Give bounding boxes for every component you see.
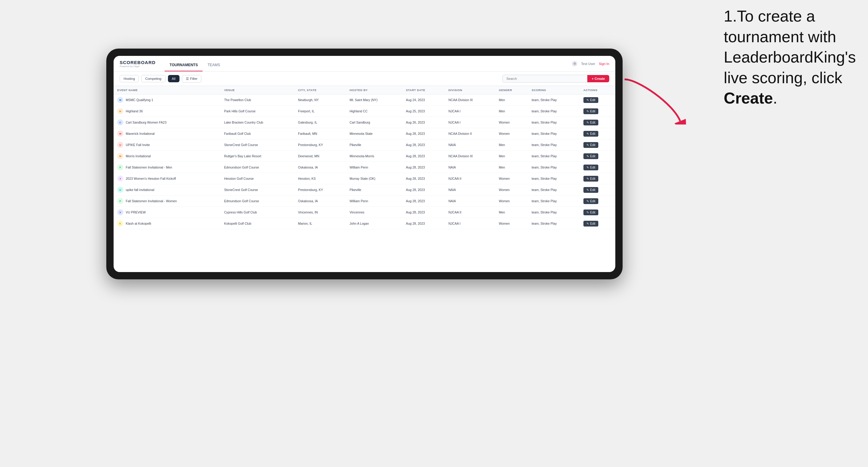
- cell-city-5: Deerwood, MN: [294, 151, 346, 162]
- cell-venue-8: StoneCrest Golf Course: [220, 184, 294, 195]
- cell-division-5: NCAA Division III: [445, 151, 495, 162]
- cell-division-11: NJCAA I: [445, 218, 495, 229]
- team-logo-3: M: [117, 131, 123, 137]
- cell-scoring-6: team, Stroke Play: [528, 162, 580, 173]
- logo-text: SCOREBOARD: [120, 60, 155, 65]
- col-city-state: CITY, STATE: [294, 86, 346, 94]
- cell-division-0: NCAA Division III: [445, 94, 495, 106]
- edit-icon-2: ✎: [586, 121, 589, 124]
- cell-division-7: NJCAA II: [445, 173, 495, 184]
- table-row: K Klash at Kokopelli Kokopelli Golf Club…: [114, 218, 615, 229]
- cell-hosted-9: William Penn: [346, 195, 402, 207]
- cell-venue-7: Hesston Golf Course: [220, 173, 294, 184]
- team-logo-7: 2: [117, 176, 123, 182]
- cell-hosted-11: John A Logan: [346, 218, 402, 229]
- cell-division-9: NAIA: [445, 195, 495, 207]
- cell-event-name-8: U upike fall invitational: [114, 184, 220, 195]
- edit-icon-0: ✎: [586, 98, 589, 102]
- edit-button-8[interactable]: ✎ Edit: [583, 187, 598, 193]
- event-name-11: Klash at Kokopelli: [126, 222, 151, 225]
- cell-hosted-8: Pikeville: [346, 184, 402, 195]
- cell-event-name-5: M Morris Invitational: [114, 151, 220, 162]
- header-right: ⚙ Test User Sign In: [572, 61, 609, 66]
- cell-actions-10: ✎ Edit: [580, 207, 615, 218]
- edit-button-3[interactable]: ✎ Edit: [583, 131, 598, 137]
- cell-event-name-4: U UPIKE Fall Invite: [114, 139, 220, 151]
- edit-icon-5: ✎: [586, 155, 589, 158]
- nav-tab-teams[interactable]: TEAMS: [203, 56, 225, 71]
- nav-tab-tournaments[interactable]: TOURNAMENTS: [165, 56, 203, 71]
- edit-button-6[interactable]: ✎ Edit: [583, 164, 598, 170]
- edit-button-5[interactable]: ✎ Edit: [583, 153, 598, 159]
- filter-all-btn[interactable]: All: [168, 75, 180, 82]
- cell-scoring-0: team, Stroke Play: [528, 94, 580, 106]
- cell-division-10: NJCAA II: [445, 207, 495, 218]
- filter-hosting-btn[interactable]: Hosting: [120, 75, 139, 82]
- col-actions: ACTIONS: [580, 86, 615, 94]
- cell-city-4: Prestonsburg, KY: [294, 139, 346, 151]
- cell-scoring-1: team, Stroke Play: [528, 106, 580, 117]
- cell-gender-3: Women: [495, 128, 528, 139]
- arrow-indicator: [610, 76, 695, 124]
- edit-button-11[interactable]: ✎ Edit: [583, 221, 598, 226]
- col-gender: GENDER: [495, 86, 528, 94]
- cell-scoring-4: team, Stroke Play: [528, 139, 580, 151]
- cell-date-8: Aug 28, 2023: [402, 184, 445, 195]
- team-logo-5: M: [117, 153, 123, 159]
- edit-icon-7: ✎: [586, 177, 589, 180]
- table-row: F Fall Statesmen Invitational - Men Edmu…: [114, 162, 615, 173]
- cell-actions-1: ✎ Edit: [580, 106, 615, 117]
- user-name: Test User: [581, 62, 595, 66]
- table-row: V VU PREVIEW Cypress Hills Golf Club Vin…: [114, 207, 615, 218]
- search-area: + Create: [502, 75, 609, 83]
- cell-hosted-6: William Penn: [346, 162, 402, 173]
- edit-button-4[interactable]: ✎ Edit: [583, 142, 598, 148]
- cell-date-10: Aug 28, 2023: [402, 207, 445, 218]
- settings-icon[interactable]: ⚙: [572, 61, 577, 66]
- cell-division-3: NCAA Division II: [445, 128, 495, 139]
- filter-options-btn[interactable]: ☰ Filter: [182, 75, 202, 83]
- cell-hosted-2: Carl Sandburg: [346, 117, 402, 128]
- edit-button-2[interactable]: ✎ Edit: [583, 120, 598, 125]
- edit-button-0[interactable]: ✎ Edit: [583, 97, 598, 103]
- table-header-row: EVENT NAME VENUE CITY, STATE HOSTED BY S…: [114, 86, 615, 94]
- col-division: DIVISION: [445, 86, 495, 94]
- create-button[interactable]: + Create: [587, 75, 609, 82]
- event-name-9: Fall Statesmen Invitational - Women: [126, 199, 177, 203]
- cell-venue-9: Edmundson Golf Course: [220, 195, 294, 207]
- cell-division-2: NJCAA I: [445, 117, 495, 128]
- edit-icon-8: ✎: [586, 188, 589, 192]
- cell-division-8: NAIA: [445, 184, 495, 195]
- cell-event-name-7: 2 2023 Women's Hesston Fall Kickoff: [114, 173, 220, 184]
- cell-venue-4: StoneCrest Golf Course: [220, 139, 294, 151]
- tablet-screen: SCOREBOARD Powered by Clippt TOURNAMENTS…: [114, 56, 615, 272]
- cell-actions-0: ✎ Edit: [580, 94, 615, 106]
- filter-competing-btn[interactable]: Competing: [141, 75, 165, 82]
- cell-venue-11: Kokopelli Golf Club: [220, 218, 294, 229]
- cell-date-7: Aug 28, 2023: [402, 173, 445, 184]
- cell-hosted-3: Minnesota State: [346, 128, 402, 139]
- team-logo-2: C: [117, 119, 123, 125]
- edit-button-9[interactable]: ✎ Edit: [583, 198, 598, 204]
- cell-actions-8: ✎ Edit: [580, 184, 615, 195]
- search-input[interactable]: [502, 75, 587, 83]
- edit-icon-10: ✎: [586, 211, 589, 214]
- cell-actions-11: ✎ Edit: [580, 218, 615, 229]
- tablet-frame: SCOREBOARD Powered by Clippt TOURNAMENTS…: [106, 49, 623, 279]
- app-header: SCOREBOARD Powered by Clippt TOURNAMENTS…: [114, 56, 615, 72]
- edit-button-1[interactable]: ✎ Edit: [583, 108, 598, 114]
- cell-division-4: NAIA: [445, 139, 495, 151]
- event-name-2: Carl Sandburg Women FA23: [126, 121, 166, 124]
- cell-venue-2: Lake Bracken Country Club: [220, 117, 294, 128]
- cell-city-7: Hesston, KS: [294, 173, 346, 184]
- cell-scoring-10: team, Stroke Play: [528, 207, 580, 218]
- cell-event-name-9: F Fall Statesmen Invitational - Women: [114, 195, 220, 207]
- cell-gender-6: Men: [495, 162, 528, 173]
- edit-button-7[interactable]: ✎ Edit: [583, 176, 598, 182]
- event-name-0: MSMC Qualifying 1: [126, 98, 153, 102]
- sign-in-link[interactable]: Sign In: [599, 62, 609, 66]
- main-nav: TOURNAMENTS TEAMS: [165, 56, 225, 71]
- event-name-1: Highland 36: [126, 109, 143, 113]
- edit-button-10[interactable]: ✎ Edit: [583, 210, 598, 215]
- toolbar: Hosting Competing All ☰ Filter + Create: [114, 72, 615, 86]
